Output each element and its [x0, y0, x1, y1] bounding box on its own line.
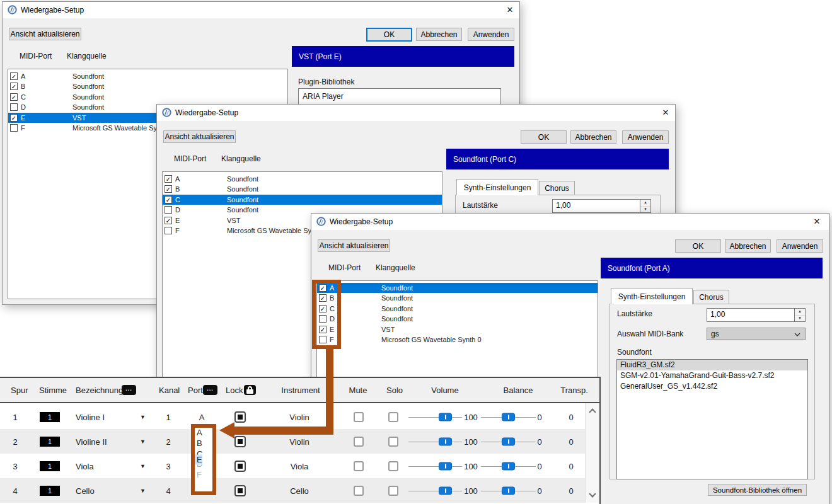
mute-checkbox[interactable]: [354, 437, 364, 447]
soundfont-item[interactable]: SGM-v2.01-YamahaGrand-Guit-Bass-v2.7.sf2: [617, 370, 807, 381]
lock-checkbox[interactable]: [234, 436, 246, 447]
volume-spinbox[interactable]: 1,00 ▲▼: [552, 199, 651, 213]
chevron-down-icon[interactable]: ▼: [140, 438, 146, 445]
track-name[interactable]: Violine I: [76, 412, 105, 421]
apply-button[interactable]: Anwenden: [468, 28, 514, 41]
port-row-selected[interactable]: ✓CSoundfont: [163, 195, 442, 205]
refresh-view-button[interactable]: Ansicht aktualisieren: [318, 239, 390, 252]
tab-chorus[interactable]: Chorus: [539, 181, 575, 195]
checkbox-checked[interactable]: ✓: [165, 196, 172, 203]
spin-down-icon[interactable]: ▼: [640, 207, 650, 213]
volume-slider-track[interactable]: [408, 491, 462, 491]
volume-slider-track[interactable]: [408, 417, 462, 418]
voice-badge[interactable]: 1: [40, 412, 60, 422]
dropdown-item[interactable]: A: [195, 428, 212, 438]
chevron-down-icon[interactable]: ▼: [140, 414, 146, 420]
port-row[interactable]: ✓BSoundfont: [317, 293, 598, 303]
close-icon[interactable]: ✕: [503, 4, 517, 16]
port-row[interactable]: ✓BSoundfont: [8, 81, 287, 91]
port-row[interactable]: ✓ASoundfont: [163, 174, 442, 184]
tab-chorus[interactable]: Chorus: [693, 290, 729, 304]
spin-up-icon[interactable]: ▲: [795, 309, 805, 316]
refresh-view-button[interactable]: Ansicht aktualisieren: [163, 130, 236, 143]
checkbox-unchecked[interactable]: [165, 227, 172, 234]
checkbox-checked[interactable]: ✓: [165, 175, 172, 183]
port-row[interactable]: DSoundfont: [317, 314, 598, 324]
apply-button[interactable]: Anwenden: [777, 239, 823, 253]
soundfont-item-selected[interactable]: FluidR3_GM.sf2: [617, 360, 807, 370]
dropdown-item-highlighted[interactable]: E: [195, 454, 202, 465]
port-row[interactable]: ✓ASoundfont: [8, 71, 287, 81]
midi-bank-select[interactable]: gs: [707, 328, 806, 340]
voice-badge[interactable]: 1: [40, 486, 60, 496]
soundfont-item[interactable]: GeneralUser_GS_v1.442.sf2: [617, 381, 807, 392]
volume-spinbox[interactable]: 1,00 ▲▼: [707, 308, 806, 322]
volume-slider-track[interactable]: [408, 466, 462, 467]
checkbox-checked[interactable]: ✓: [10, 93, 18, 101]
checkbox-unchecked[interactable]: [165, 206, 172, 214]
open-soundfont-library-button[interactable]: Soundfont-Bibliothek öffnen: [708, 484, 807, 496]
balance-slider-handle[interactable]: [502, 462, 515, 470]
track-name[interactable]: Violine II: [76, 437, 107, 446]
solo-checkbox[interactable]: [388, 437, 398, 447]
lock-checkbox[interactable]: [234, 461, 246, 472]
port-row[interactable]: ✓CSoundfont: [317, 304, 598, 314]
channel-value[interactable]: 1: [166, 412, 170, 421]
lock-checkbox[interactable]: [234, 485, 246, 496]
lock-icon[interactable]: [244, 385, 256, 395]
spin-up-icon[interactable]: ▲: [640, 200, 650, 207]
checkbox-checked[interactable]: ✓: [10, 83, 18, 90]
track-name[interactable]: Viola: [76, 461, 94, 471]
scroll-down-icon[interactable]: [589, 490, 596, 497]
balance-slider-handle[interactable]: [502, 486, 515, 495]
channel-value[interactable]: 3: [166, 461, 170, 471]
voice-badge[interactable]: 1: [40, 461, 60, 471]
volume-slider-handle[interactable]: [439, 413, 452, 421]
checkbox-checked[interactable]: ✓: [165, 217, 172, 224]
close-icon[interactable]: ✕: [810, 215, 824, 228]
tab-synth-settings[interactable]: Synth-Einstellungen: [456, 179, 538, 195]
table-scrollbar[interactable]: [585, 403, 599, 503]
scroll-up-icon[interactable]: [589, 408, 596, 415]
spin-down-icon[interactable]: ▼: [795, 316, 805, 322]
mute-checkbox[interactable]: [354, 461, 364, 471]
solo-checkbox[interactable]: [388, 412, 398, 422]
volume-slider-handle[interactable]: [439, 437, 452, 445]
mute-checkbox[interactable]: [354, 412, 364, 422]
dropdown-item-disabled[interactable]: F: [195, 470, 212, 481]
checkbox-unchecked[interactable]: [10, 124, 18, 132]
channel-value[interactable]: 2: [166, 437, 170, 446]
bezeichnung-more-icon[interactable]: ...: [122, 385, 136, 395]
mute-checkbox[interactable]: [354, 486, 364, 496]
port-more-icon[interactable]: ...: [203, 385, 217, 395]
solo-checkbox[interactable]: [388, 486, 398, 496]
refresh-view-button[interactable]: Ansicht aktualisieren: [9, 28, 81, 40]
checkbox-checked[interactable]: ✓: [10, 72, 18, 80]
dropdown-item[interactable]: B: [195, 438, 212, 449]
port-row[interactable]: ✓EVST: [317, 324, 598, 335]
cancel-button[interactable]: Abbrechen: [416, 28, 462, 41]
port-row[interactable]: ✓CSoundfont: [8, 92, 287, 102]
port-row[interactable]: FMicrosoft GS Wavetable Synth 0: [317, 335, 598, 345]
volume-slider-handle[interactable]: [439, 462, 452, 470]
chevron-down-icon[interactable]: ▼: [140, 463, 146, 469]
balance-slider-handle[interactable]: [502, 413, 515, 421]
port-value[interactable]: A: [199, 412, 205, 421]
plugin-library-input[interactable]: ARIA Player: [298, 88, 501, 105]
ok-button[interactable]: OK: [675, 239, 721, 253]
ok-button[interactable]: OK: [521, 130, 567, 144]
volume-slider-track[interactable]: [408, 442, 462, 442]
channel-value[interactable]: 4: [166, 486, 170, 495]
port-row-selected[interactable]: ✓ASoundfont: [317, 283, 598, 293]
voice-badge[interactable]: 1: [40, 437, 60, 447]
track-name[interactable]: Cello: [76, 486, 95, 495]
lock-checkbox[interactable]: [234, 411, 246, 423]
volume-slider-handle[interactable]: [439, 486, 452, 495]
chevron-down-icon[interactable]: ▼: [140, 488, 146, 494]
cancel-button[interactable]: Abbrechen: [725, 239, 771, 253]
checkbox-checked[interactable]: ✓: [10, 114, 18, 122]
tab-synth-settings[interactable]: Synth-Einstellungen: [611, 288, 693, 304]
cancel-button[interactable]: Abbrechen: [570, 130, 616, 144]
checkbox-checked[interactable]: ✓: [165, 185, 172, 193]
solo-checkbox[interactable]: [388, 461, 398, 471]
